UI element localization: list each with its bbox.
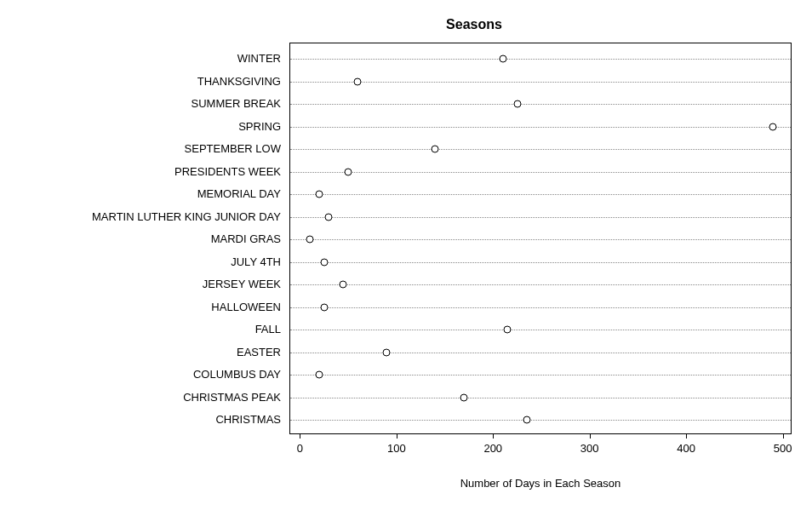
y-tick-label: FALL <box>255 323 281 335</box>
grid-line <box>290 59 791 60</box>
y-tick-label: MARTIN LUTHER KING JUNIOR DAY <box>92 209 281 222</box>
chart-stage: Seasons WINTERTHANKSGIVINGSUMMER BREAKSP… <box>0 0 812 516</box>
y-tick-label: HALLOWEEN <box>211 300 281 312</box>
x-tick <box>686 433 687 439</box>
x-tick-label: 0 <box>297 442 303 455</box>
data-point <box>460 393 468 401</box>
data-point <box>523 416 530 424</box>
data-point <box>513 100 521 108</box>
y-tick-label: PRESIDENTS WEEK <box>174 164 281 177</box>
y-tick-label: MEMORIAL DAY <box>197 187 281 200</box>
data-point <box>316 371 323 379</box>
x-tick-label: 400 <box>677 442 695 455</box>
grid-line <box>290 149 791 150</box>
grid-line <box>290 353 791 353</box>
data-point <box>320 303 328 311</box>
data-point <box>354 77 362 85</box>
y-tick-label: SEPTEMBER LOW <box>185 142 281 155</box>
grid-line <box>290 398 791 398</box>
grid-line <box>290 194 791 195</box>
x-tick <box>397 433 397 439</box>
x-axis-label: Number of Days in Each Season <box>289 477 792 490</box>
grid-line <box>290 307 791 308</box>
data-point <box>340 281 347 289</box>
grid-line <box>290 420 791 421</box>
grid-line <box>290 82 791 83</box>
x-tick-label: 200 <box>483 442 502 455</box>
x-tick <box>300 433 300 439</box>
y-tick-label: MARDI GRAS <box>211 232 281 245</box>
x-tick <box>783 433 784 439</box>
y-tick-label: EASTER <box>237 345 281 358</box>
grid-line <box>290 330 791 330</box>
x-tick-label: 500 <box>774 442 792 455</box>
data-point <box>769 123 777 130</box>
data-point <box>499 55 506 63</box>
data-point <box>316 191 323 198</box>
data-point <box>345 168 352 175</box>
grid-line <box>290 217 791 218</box>
x-tick <box>590 433 591 439</box>
grid-line <box>290 375 791 376</box>
x-tick-label: 100 <box>387 442 406 455</box>
grid-line <box>290 104 791 105</box>
x-tick-label: 300 <box>580 442 599 455</box>
grid-line <box>290 262 791 263</box>
grid-line <box>290 239 791 240</box>
y-tick-label: JULY 4TH <box>231 255 281 267</box>
data-point <box>432 146 439 153</box>
y-tick-label: SUMMER BREAK <box>192 97 281 110</box>
plot-area: 0100200300400500 <box>289 43 792 434</box>
grid-line <box>290 127 791 128</box>
y-tick-label: JERSEY WEEK <box>203 278 281 290</box>
y-tick-label: CHRISTMAS PEAK <box>183 390 281 403</box>
y-tick-label: CHRISTMAS <box>215 413 281 426</box>
data-point <box>325 213 333 221</box>
y-tick-label: COLUMBUS DAY <box>193 368 281 381</box>
chart-title: Seasons <box>0 17 812 32</box>
grid-line <box>290 172 791 173</box>
data-point <box>320 258 328 266</box>
grid-line <box>290 284 791 285</box>
data-point <box>306 236 313 244</box>
data-point <box>504 326 512 334</box>
y-tick-label: SPRING <box>238 119 281 132</box>
data-point <box>383 348 391 356</box>
y-tick-label: THANKSGIVING <box>197 74 281 87</box>
y-tick-label: WINTER <box>237 52 281 65</box>
x-tick <box>493 433 494 439</box>
